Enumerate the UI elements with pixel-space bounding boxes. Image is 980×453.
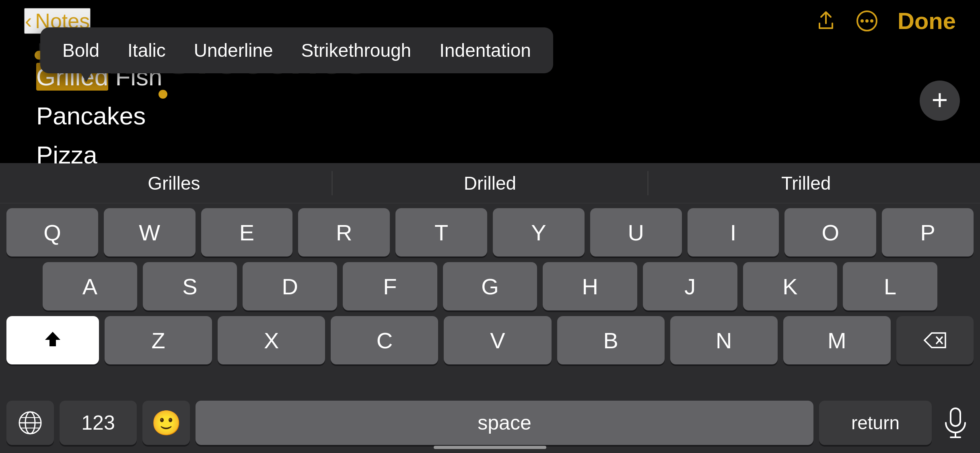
num-label: 123	[81, 411, 115, 434]
return-label: return	[851, 412, 900, 434]
key-y[interactable]: Y	[493, 208, 585, 256]
key-c[interactable]: C	[331, 316, 438, 364]
microphone-icon	[943, 407, 968, 439]
format-popup: Bold Italic Underline Strikethrough Inde…	[40, 27, 553, 73]
note-lines: Grilled Fish Pancakes Pizza	[36, 60, 163, 172]
strikethrough-button[interactable]: Strikethrough	[287, 27, 426, 73]
globe-icon	[18, 410, 43, 435]
backspace-icon	[923, 331, 947, 349]
indentation-button[interactable]: Indentation	[425, 27, 545, 73]
key-f[interactable]: F	[343, 262, 437, 310]
keys-area: Q W E R T Y U I O P A S D F G H J K L	[0, 203, 980, 395]
key-l[interactable]: L	[843, 262, 937, 310]
underline-button[interactable]: Underline	[180, 27, 287, 73]
key-q[interactable]: Q	[6, 208, 98, 256]
key-z[interactable]: Z	[105, 316, 212, 364]
autocorrect-suggestion-2[interactable]: Drilled	[332, 172, 648, 194]
key-s[interactable]: S	[143, 262, 237, 310]
italic-button[interactable]: Italic	[113, 27, 180, 73]
key-k[interactable]: K	[743, 262, 838, 310]
more-options-button[interactable]	[856, 10, 877, 31]
key-u[interactable]: U	[590, 208, 682, 256]
key-row-2: A S D F G H J K L	[6, 262, 974, 310]
back-chevron-icon: ‹	[25, 10, 32, 31]
selection-handle-bottom	[159, 90, 167, 99]
bottom-row: 123 🙂 space return	[0, 395, 980, 453]
key-i[interactable]: I	[688, 208, 779, 256]
key-d[interactable]: D	[243, 262, 337, 310]
key-n[interactable]: N	[670, 316, 778, 364]
key-w[interactable]: W	[104, 208, 196, 256]
keyboard-area: Grilles Drilled Trilled Q W E R T Y U I …	[0, 163, 980, 453]
num-key[interactable]: 123	[60, 401, 137, 445]
top-right-actions: Done	[815, 7, 956, 34]
svg-point-1	[861, 19, 864, 23]
bold-button[interactable]: Bold	[48, 27, 113, 73]
add-button[interactable]: +	[920, 81, 960, 121]
key-p[interactable]: P	[882, 208, 974, 256]
shift-icon	[42, 329, 64, 351]
microphone-key[interactable]	[937, 401, 974, 445]
backspace-key[interactable]	[896, 316, 974, 364]
share-button[interactable]	[815, 10, 836, 31]
key-b[interactable]: B	[557, 316, 665, 364]
svg-rect-9	[951, 408, 960, 426]
autocorrect-suggestion-3[interactable]: Trilled	[648, 172, 964, 194]
key-j[interactable]: J	[643, 262, 737, 310]
key-g[interactable]: G	[443, 262, 537, 310]
plus-icon: +	[932, 86, 948, 114]
key-x[interactable]: X	[218, 316, 325, 364]
space-label: space	[478, 411, 531, 434]
line3-text: Pizza	[36, 141, 97, 169]
key-a[interactable]: A	[43, 262, 137, 310]
space-key[interactable]: space	[196, 401, 813, 445]
key-h[interactable]: H	[543, 262, 637, 310]
note-line-3[interactable]: Pizza	[36, 138, 163, 173]
globe-key[interactable]	[6, 401, 54, 445]
home-indicator	[434, 446, 546, 449]
autocorrect-suggestion-1[interactable]: Grilles	[16, 172, 332, 194]
shift-key[interactable]	[6, 316, 99, 364]
return-key[interactable]: return	[819, 401, 932, 445]
key-r[interactable]: R	[298, 208, 390, 256]
emoji-icon: 🙂	[151, 409, 181, 437]
note-line-2[interactable]: Pancakes	[36, 99, 163, 134]
key-m[interactable]: M	[783, 316, 891, 364]
key-e[interactable]: E	[201, 208, 293, 256]
key-t[interactable]: T	[395, 208, 487, 256]
svg-point-2	[865, 19, 869, 23]
svg-point-3	[870, 19, 873, 23]
key-row-3: Z X C V B N M	[6, 316, 974, 364]
key-o[interactable]: O	[784, 208, 876, 256]
emoji-key[interactable]: 🙂	[142, 401, 190, 445]
key-row-1: Q W E R T Y U I O P	[6, 208, 974, 256]
done-button[interactable]: Done	[898, 7, 956, 34]
line2-text: Pancakes	[36, 102, 146, 130]
key-v[interactable]: V	[444, 316, 551, 364]
